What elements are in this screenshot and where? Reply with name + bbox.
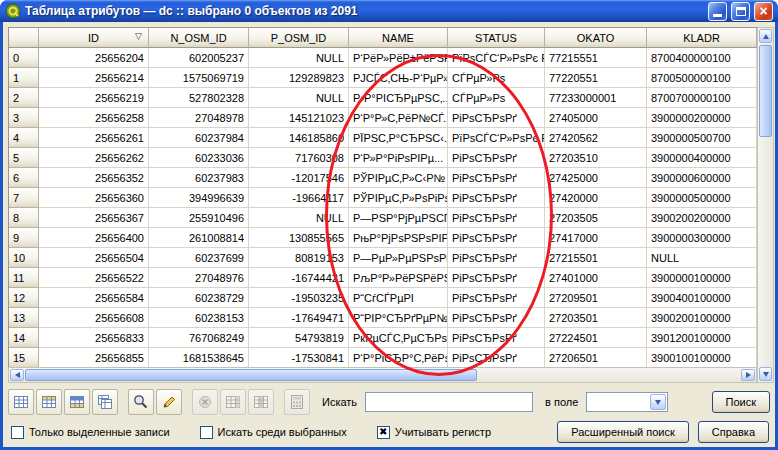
scroll-left-button[interactable] — [10, 369, 24, 381]
table-cell-name[interactable]: РЇРЅС‚Р°СЂРЅС‹... — [349, 128, 448, 148]
table-cell-status[interactable]: СЃРµР»Рѕ — [448, 88, 545, 108]
copy-rows-button[interactable] — [92, 389, 118, 415]
field-calculator-button[interactable] — [284, 389, 310, 415]
table-cell-n_osm_id[interactable]: 527802328 — [149, 88, 249, 108]
table-cell-name[interactable]: Р—РЅР°РјРµРЅСЃРє — [349, 208, 448, 228]
row-number[interactable]: 8 — [9, 208, 39, 228]
delete-records-button[interactable] — [192, 389, 218, 415]
table-cell-name[interactable]: РќРµСЃС‚РµСЂРѕРІ — [349, 328, 448, 348]
table-cell-id[interactable]: 25656261 — [39, 128, 149, 148]
table-cell-okato[interactable]: 77215551 — [545, 48, 647, 68]
column-header-id[interactable]: ID▽ — [39, 28, 149, 48]
row-number[interactable]: 9 — [9, 228, 39, 248]
table-cell-okato[interactable]: 27224501 — [545, 328, 647, 348]
table-cell-name[interactable]: РЎРІРµС‚Р»С‹Р№ — [349, 168, 448, 188]
table-cell-kladr[interactable]: 8700500000100 — [647, 68, 757, 88]
unselect-all-button[interactable] — [8, 389, 34, 415]
table-cell-kladr[interactable]: 8700400000100 — [647, 48, 757, 68]
column-header-kladr[interactable]: KLADR — [647, 28, 757, 48]
table-cell-n_osm_id[interactable]: 255910496 — [149, 208, 249, 228]
row-number[interactable]: 7 — [9, 188, 39, 208]
table-cell-name[interactable]: Р‘Р°Р»С‚РёР№СЃ... — [349, 108, 448, 128]
column-header-okato[interactable]: OKATO — [545, 28, 647, 48]
toggle-editing-button[interactable] — [156, 389, 182, 415]
advanced-search-button[interactable]: Расширенный поиск — [557, 421, 689, 443]
table-cell-id[interactable]: 25656504 — [39, 248, 149, 268]
row-number[interactable]: 15 — [9, 348, 39, 368]
table-cell-id[interactable]: 25656833 — [39, 328, 149, 348]
table-cell-kladr[interactable]: 3901200100000 — [647, 328, 757, 348]
move-selected-to-top-button[interactable] — [36, 389, 62, 415]
table-cell-status[interactable]: РіРѕСЂРѕРґ — [448, 168, 545, 188]
table-cell-id[interactable]: 25656367 — [39, 208, 149, 228]
table-cell-p_osm_id[interactable]: -19503235 — [249, 288, 349, 308]
table-cell-okato[interactable]: 27417000 — [545, 228, 647, 248]
new-column-button[interactable] — [220, 389, 246, 415]
table-cell-name[interactable]: Р“СѓСЃРµРІ — [349, 288, 448, 308]
table-cell-id[interactable]: 25656400 — [39, 228, 149, 248]
table-cell-id[interactable]: 25656219 — [39, 88, 149, 108]
table-cell-n_osm_id[interactable]: 602005237 — [149, 48, 249, 68]
table-cell-n_osm_id[interactable]: 60237983 — [149, 168, 249, 188]
horizontal-scrollbar-thumb[interactable] — [25, 369, 477, 381]
column-header-name[interactable]: NAME — [349, 28, 448, 48]
table-cell-kladr[interactable]: 3900000500000 — [647, 188, 757, 208]
table-cell-status[interactable]: РіРѕСЂРѕРґ — [448, 208, 545, 228]
table-cell-okato[interactable]: 77220551 — [545, 68, 647, 88]
row-number[interactable]: 3 — [9, 108, 39, 128]
table-cell-n_osm_id[interactable]: 1575069719 — [149, 68, 249, 88]
table-cell-name[interactable]: Р‘Р°РіСЂР°С‚РёРѕРЅ... — [349, 348, 448, 368]
table-cell-n_osm_id[interactable]: 1681538645 — [149, 348, 249, 368]
table-cell-status[interactable]: РіРѕСЂРѕРґ — [448, 188, 545, 208]
scroll-right-button[interactable] — [741, 369, 755, 381]
row-number[interactable]: 14 — [9, 328, 39, 348]
table-cell-okato[interactable]: 27425000 — [545, 168, 647, 188]
delete-column-button[interactable] — [248, 389, 274, 415]
field-combobox[interactable] — [586, 392, 668, 412]
table-cell-id[interactable]: 25656855 — [39, 348, 149, 368]
vertical-scrollbar-thumb[interactable] — [759, 45, 772, 137]
table-cell-kladr[interactable]: 3900000600000 — [647, 168, 757, 188]
search-button[interactable]: Поиск — [712, 391, 770, 413]
table-cell-p_osm_id[interactable]: 130855565 — [249, 228, 349, 248]
table-cell-kladr[interactable]: 3900000100000 — [647, 268, 757, 288]
table-cell-status[interactable]: РіРѕСЂРѕРґ — [448, 248, 545, 268]
table-cell-n_osm_id[interactable]: 261008814 — [149, 228, 249, 248]
table-cell-name[interactable]: Р—РµР»РµРЅРѕРіСЂР°... — [349, 248, 448, 268]
table-cell-status[interactable]: РіРѕСЂРѕРґ — [448, 328, 545, 348]
table-cell-okato[interactable]: 27203510 — [545, 148, 647, 168]
table-cell-name[interactable]: Р›Р°РІСЂРµРЅС‚... — [349, 88, 448, 108]
column-header-status[interactable]: STATUS — [448, 28, 545, 48]
table-cell-p_osm_id[interactable]: -19664117 — [249, 188, 349, 208]
table-cell-status[interactable]: РїРѕСЃС‘Р»РѕРє Рі... — [448, 128, 545, 148]
table-corner-cell[interactable] — [9, 28, 39, 48]
table-cell-n_osm_id[interactable]: 27048976 — [149, 268, 249, 288]
table-cell-p_osm_id[interactable]: 146185860 — [249, 128, 349, 148]
table-cell-kladr[interactable]: 3900200100000 — [647, 308, 757, 328]
table-cell-okato[interactable]: 27401000 — [545, 268, 647, 288]
vertical-scrollbar[interactable] — [757, 27, 774, 383]
invert-selection-button[interactable] — [64, 389, 90, 415]
table-cell-status[interactable]: РіРѕСЂРѕРґ — [448, 348, 545, 368]
table-cell-kladr[interactable]: 8700700000100 — [647, 88, 757, 108]
zoom-to-selected-button[interactable] — [128, 389, 154, 415]
table-cell-name[interactable]: РЈСЃС‚СЊ-Р‘РµР»Р°СЏ — [349, 68, 448, 88]
table-cell-n_osm_id[interactable]: 60238729 — [149, 288, 249, 308]
table-cell-name[interactable]: РЎРІРµС‚Р»РѕРіРѕСЂ... — [349, 188, 448, 208]
table-cell-okato[interactable]: 27215501 — [545, 248, 647, 268]
table-cell-kladr[interactable]: 3900100100000 — [647, 348, 757, 368]
table-cell-p_osm_id[interactable]: 80819153 — [249, 248, 349, 268]
close-button[interactable]: × — [754, 2, 773, 21]
row-number[interactable]: 12 — [9, 288, 39, 308]
table-cell-okato[interactable]: 27206501 — [545, 348, 647, 368]
column-header-p_osm_id[interactable]: P_OSM_ID — [249, 28, 349, 48]
table-cell-okato[interactable]: 77233000001 — [545, 88, 647, 108]
case-sensitive-checkbox[interactable]: ✖ Учитывать регистр — [377, 426, 491, 439]
table-cell-n_osm_id[interactable]: 27048978 — [149, 108, 249, 128]
table-cell-n_osm_id[interactable]: 60237699 — [149, 248, 249, 268]
table-cell-status[interactable]: РіРѕСЂРѕРґ — [448, 288, 545, 308]
table-cell-p_osm_id[interactable]: NULL — [249, 208, 349, 228]
table-cell-n_osm_id[interactable]: 394996639 — [149, 188, 249, 208]
table-cell-name[interactable]: РљР°Р»РёРЅРёРЅРіСЂ... — [349, 268, 448, 288]
table-cell-n_osm_id[interactable]: 767068249 — [149, 328, 249, 348]
